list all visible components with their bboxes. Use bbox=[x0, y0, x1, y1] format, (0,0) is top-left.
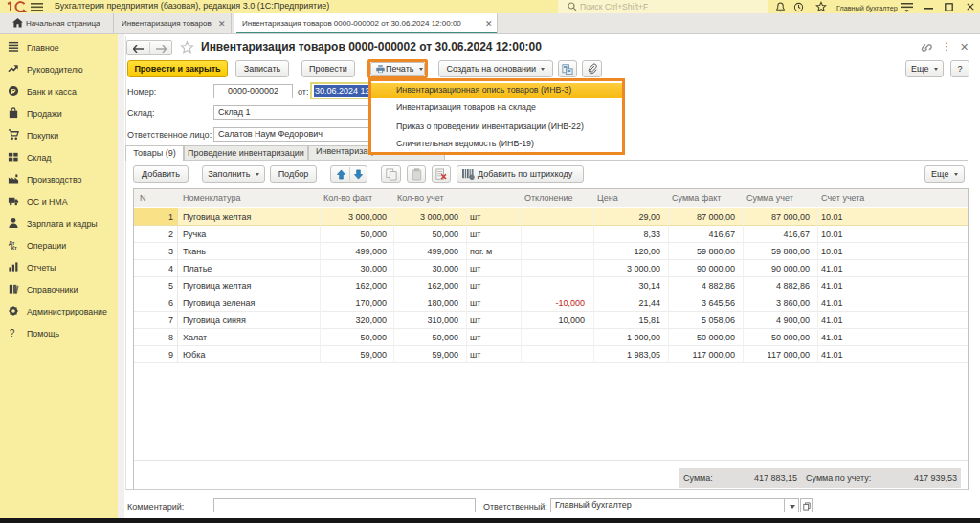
svg-text:Кт: Кт bbox=[11, 245, 17, 251]
svg-text:?: ? bbox=[10, 328, 15, 338]
svg-text:P: P bbox=[11, 87, 16, 96]
